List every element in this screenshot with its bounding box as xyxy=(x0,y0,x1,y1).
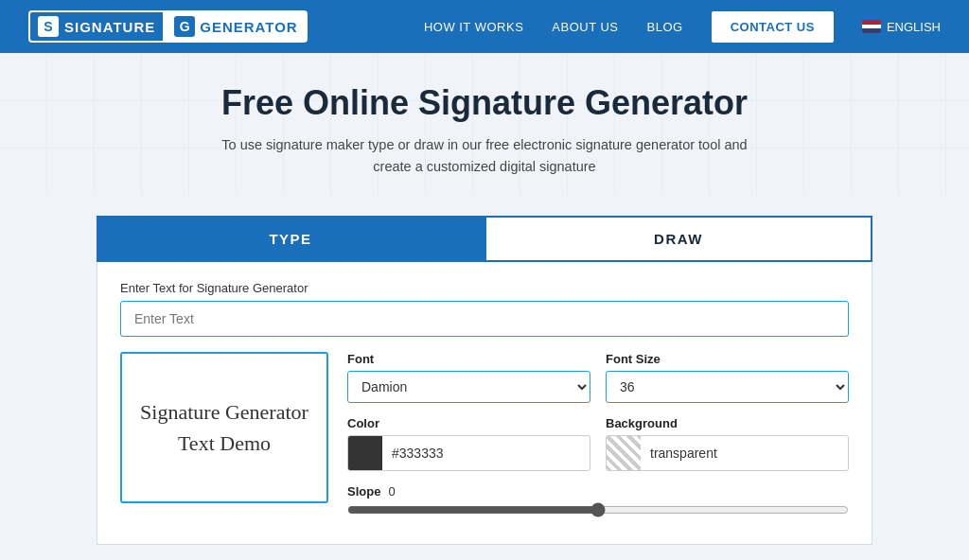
text-input-label: Enter Text for Signature Generator xyxy=(120,281,849,295)
tab-bar: TYPE DRAW xyxy=(97,216,872,262)
controls-row-2: Color #333333 Background transparent xyxy=(347,416,849,471)
slope-label: Slope xyxy=(347,484,380,499)
nav-how-it-works[interactable]: HOW IT WORKS xyxy=(424,20,523,34)
logo-left-text: SIGNATURE xyxy=(64,19,155,35)
hero-subtitle: To use signature maker type or draw in o… xyxy=(210,134,759,178)
main-content: TYPE DRAW Enter Text for Signature Gener… xyxy=(78,216,891,560)
hero-title: Free Online Signature Generator xyxy=(19,83,950,123)
language-selector[interactable]: ENGLISH xyxy=(862,20,941,34)
bg-input-row[interactable]: transparent xyxy=(606,435,849,471)
logo-right: G GENERATOR xyxy=(165,10,307,43)
logo[interactable]: S SIGNATURE G GENERATOR xyxy=(28,10,308,43)
logo-left: S SIGNATURE xyxy=(28,10,165,43)
slope-control: Slope 0 xyxy=(347,484,849,521)
color-label: Color xyxy=(347,416,590,430)
logo-right-icon: G xyxy=(174,16,195,37)
controls-panel: Font Damion Dancing Script Pacifico Sacr… xyxy=(347,352,849,521)
hero-section: Free Online Signature Generator To use s… xyxy=(0,53,969,195)
slope-label-row: Slope 0 xyxy=(347,484,849,499)
bg-label: Background xyxy=(606,416,849,430)
controls-row-1: Font Damion Dancing Script Pacifico Sacr… xyxy=(347,352,849,403)
logo-left-icon: S xyxy=(38,16,59,37)
header: S SIGNATURE G GENERATOR HOW IT WORKS ABO… xyxy=(0,0,969,53)
color-control: Color #333333 xyxy=(347,416,590,471)
font-size-label: Font Size xyxy=(606,352,849,366)
font-size-select[interactable]: 24 28 32 36 40 48 xyxy=(606,371,849,403)
signature-text-input[interactable] xyxy=(120,301,849,337)
signature-preview-text: Signature Generator Text Demo xyxy=(140,396,308,459)
font-select[interactable]: Damion Dancing Script Pacifico Sacrament… xyxy=(347,371,590,403)
contact-button[interactable]: CONTACT US xyxy=(712,11,834,43)
font-control: Font Damion Dancing Script Pacifico Sacr… xyxy=(347,352,590,403)
color-swatch xyxy=(348,436,382,470)
language-label: ENGLISH xyxy=(887,20,941,34)
bg-swatch xyxy=(607,436,641,470)
flag-icon xyxy=(862,20,881,33)
slope-value: 0 xyxy=(388,484,395,499)
signature-preview: Signature Generator Text Demo xyxy=(120,352,328,503)
slope-slider[interactable] xyxy=(347,502,849,517)
nav-about-us[interactable]: ABOUT US xyxy=(552,20,618,34)
logo-right-text: GENERATOR xyxy=(200,19,297,35)
color-input-row[interactable]: #333333 xyxy=(347,435,590,471)
signature-row: Signature Generator Text Demo Font Damio… xyxy=(120,352,849,521)
bg-value: transparent xyxy=(641,446,727,461)
color-hex-value: #333333 xyxy=(382,446,453,461)
main-nav: HOW IT WORKS ABOUT US BLOG CONTACT US EN… xyxy=(424,11,941,43)
background-control: Background transparent xyxy=(606,416,849,471)
tab-draw[interactable]: DRAW xyxy=(484,216,872,262)
font-size-control: Font Size 24 28 32 36 40 48 xyxy=(606,352,849,403)
font-label: Font xyxy=(347,352,590,366)
nav-blog[interactable]: BLOG xyxy=(647,20,683,34)
tab-type[interactable]: TYPE xyxy=(97,216,484,262)
slope-slider-wrapper xyxy=(347,502,849,521)
form-area: Enter Text for Signature Generator Signa… xyxy=(97,262,872,545)
